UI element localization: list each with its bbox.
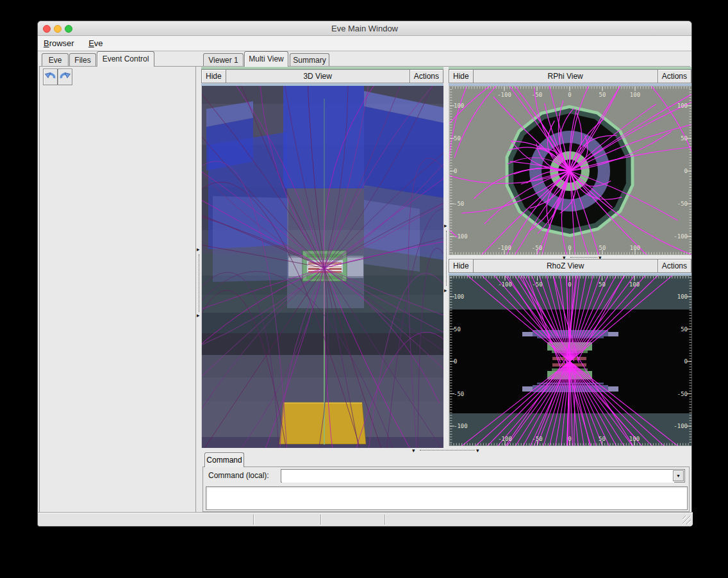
svg-text:0: 0 — [568, 281, 571, 288]
svg-text:50: 50 — [454, 135, 461, 142]
curved-arrow-right-icon — [59, 70, 71, 83]
eve-main-window: Eve Main Window Browser Eve Eve Files Ev… — [37, 21, 692, 527]
desktop: { "window": { "title": "Eve Main Window"… — [0, 0, 728, 578]
svg-text:50: 50 — [599, 92, 606, 98]
svg-text:-50: -50 — [454, 201, 464, 207]
previous-event-button[interactable] — [43, 69, 58, 85]
svg-text:100: 100 — [677, 293, 688, 300]
resize-grip-icon[interactable] — [682, 516, 691, 524]
tab-viewer-1[interactable]: Viewer 1 — [203, 53, 244, 66]
svg-text:100: 100 — [677, 103, 688, 109]
svg-text:50: 50 — [599, 245, 606, 251]
svg-text:-50: -50 — [454, 391, 464, 397]
splitter-arrow-icon[interactable]: ▸ — [444, 288, 447, 293]
rhoz-view-canvas[interactable]: -100-100100100-50-50505000005050-50-5010… — [449, 276, 691, 446]
svg-text:-50: -50 — [532, 92, 542, 98]
svg-text:-100: -100 — [454, 423, 468, 429]
svg-text:-100: -100 — [674, 233, 688, 240]
rhoz-view-hide-button[interactable]: Hide — [449, 259, 474, 273]
svg-text:-100: -100 — [498, 436, 512, 442]
command-combobox: ▼ — [281, 469, 685, 483]
svg-text:100: 100 — [629, 281, 640, 288]
rphi-view-canvas[interactable]: -100-100100100-50-50505000005050-50-5010… — [449, 86, 691, 255]
next-event-button[interactable] — [58, 69, 72, 85]
status-segment — [39, 515, 254, 525]
splitter-arrow-icon[interactable]: ▸ — [197, 247, 200, 252]
rhoz-view-actions-button[interactable]: Actions — [658, 259, 691, 273]
center-splitter[interactable]: ▸ ▸ — [443, 67, 449, 448]
rphi-view-hide-button[interactable]: Hide — [449, 69, 474, 83]
combobox-dropdown-button[interactable]: ▼ — [673, 470, 684, 481]
svg-text:50: 50 — [599, 436, 606, 442]
svg-text:0: 0 — [454, 168, 457, 174]
left-splitter[interactable]: ▸ ▸ — [196, 67, 201, 513]
curved-arrow-left-icon — [44, 70, 56, 83]
rphi-view-actions-button[interactable]: Actions — [658, 69, 691, 83]
splitter-arrow-icon[interactable]: ▸ — [197, 313, 200, 318]
svg-text:-100: -100 — [497, 245, 511, 251]
svg-text:-50: -50 — [532, 436, 542, 442]
splitter-handle[interactable] — [199, 254, 199, 312]
menu-eve[interactable]: Eve — [83, 36, 108, 51]
svg-text:0: 0 — [684, 168, 688, 174]
status-bar — [38, 513, 693, 526]
tab-summary[interactable]: Summary — [290, 53, 329, 66]
status-segment — [320, 515, 385, 525]
rhoz-view-header: Hide RhoZ View Actions — [449, 259, 691, 273]
rphi-view-header: Hide RPhi View Actions — [449, 69, 691, 83]
svg-text:-100: -100 — [674, 423, 688, 429]
tab-event-control[interactable]: Event Control — [97, 51, 154, 67]
svg-text:50: 50 — [454, 326, 461, 333]
titlebar[interactable]: Eve Main Window — [38, 21, 691, 36]
tab-eve[interactable]: Eve — [42, 53, 69, 66]
command-local-label: Command (local): — [208, 469, 269, 483]
svg-text:-50: -50 — [532, 281, 542, 288]
chevron-down-icon: ▼ — [676, 474, 681, 478]
svg-text:-100: -100 — [497, 92, 511, 98]
viewer-command-splitter[interactable]: ▾ ▾ — [201, 448, 691, 453]
svg-text:0: 0 — [568, 92, 571, 98]
command-output-area[interactable] — [206, 486, 688, 510]
tab-multi-view[interactable]: Multi View — [244, 51, 288, 67]
svg-text:100: 100 — [630, 245, 640, 251]
svg-text:0: 0 — [568, 245, 571, 251]
splitter-handle[interactable] — [570, 257, 597, 258]
svg-text:50: 50 — [599, 281, 606, 288]
tab-files[interactable]: Files — [69, 53, 96, 66]
svg-text:0: 0 — [684, 358, 688, 365]
splitter-handle[interactable] — [446, 231, 447, 286]
svg-text:50: 50 — [681, 135, 688, 142]
3d-view-actions-button[interactable]: Actions — [410, 69, 443, 83]
svg-text:-100: -100 — [498, 281, 512, 288]
command-input[interactable] — [282, 470, 674, 483]
rphi-view-title: RPhi View — [474, 69, 658, 83]
svg-text:-50: -50 — [677, 201, 688, 207]
menu-browser[interactable]: Browser — [38, 36, 80, 51]
3d-view-canvas[interactable] — [201, 86, 443, 448]
rhoz-view-title: RhoZ View — [474, 259, 658, 273]
svg-text:100: 100 — [630, 92, 640, 98]
tab-command[interactable]: Command — [204, 452, 244, 467]
svg-text:-50: -50 — [677, 391, 688, 397]
svg-text:100: 100 — [629, 436, 640, 442]
svg-text:0: 0 — [454, 358, 457, 365]
splitter-arrow-icon[interactable]: ▾ — [476, 448, 479, 453]
3d-view-header: Hide 3D View Actions — [201, 69, 443, 83]
menubar: Browser Eve — [38, 36, 691, 51]
window-title: Eve Main Window — [38, 21, 691, 36]
3d-view-hide-button[interactable]: Hide — [201, 69, 226, 83]
3d-view-title: 3D View — [226, 69, 410, 83]
svg-text:50: 50 — [681, 326, 688, 333]
svg-text:-100: -100 — [454, 233, 468, 240]
status-segment — [253, 515, 321, 525]
svg-text:100: 100 — [454, 103, 464, 109]
splitter-arrow-icon[interactable]: ▸ — [444, 223, 447, 228]
svg-text:0: 0 — [568, 436, 571, 442]
event-control-panel — [39, 67, 196, 513]
splitter-handle[interactable] — [420, 450, 475, 450]
svg-text:-50: -50 — [532, 245, 542, 251]
splitter-arrow-icon[interactable]: ▾ — [412, 448, 415, 453]
svg-text:100: 100 — [454, 293, 464, 300]
